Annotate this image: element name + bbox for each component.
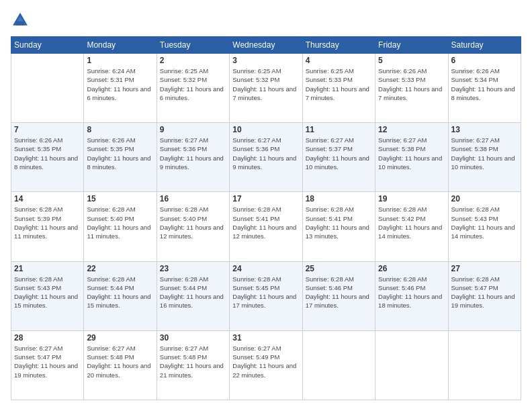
calendar-cell: [11, 54, 84, 123]
day-info: Sunrise: 6:28 AMSunset: 5:43 PMDaylight:…: [14, 275, 81, 310]
calendar-cell: 23Sunrise: 6:28 AMSunset: 5:44 PMDayligh…: [157, 261, 229, 330]
day-info: Sunrise: 6:28 AMSunset: 5:46 PMDaylight:…: [378, 275, 445, 310]
day-number: 17: [232, 194, 299, 203]
day-header-friday: Friday: [375, 37, 448, 54]
calendar-week-row: 1Sunrise: 6:24 AMSunset: 5:31 PMDaylight…: [11, 54, 521, 123]
calendar-table: SundayMondayTuesdayWednesdayThursdayFrid…: [11, 36, 521, 400]
calendar-week-row: 14Sunrise: 6:28 AMSunset: 5:39 PMDayligh…: [11, 192, 521, 261]
day-number: 12: [378, 125, 445, 134]
calendar-cell: 14Sunrise: 6:28 AMSunset: 5:39 PMDayligh…: [11, 192, 84, 261]
calendar-cell: 15Sunrise: 6:28 AMSunset: 5:40 PMDayligh…: [84, 192, 157, 261]
day-info: Sunrise: 6:28 AMSunset: 5:43 PMDaylight:…: [451, 205, 518, 240]
day-number: 31: [232, 333, 299, 342]
day-info: Sunrise: 6:26 AMSunset: 5:35 PMDaylight:…: [87, 136, 153, 171]
day-info: Sunrise: 6:27 AMSunset: 5:36 PMDaylight:…: [232, 136, 299, 171]
day-number: 13: [451, 125, 518, 134]
day-info: Sunrise: 6:27 AMSunset: 5:48 PMDaylight:…: [87, 344, 153, 379]
calendar-cell: 3Sunrise: 6:25 AMSunset: 5:32 PMDaylight…: [230, 54, 302, 123]
calendar-header-row: SundayMondayTuesdayWednesdayThursdayFrid…: [11, 37, 521, 54]
calendar-week-row: 7Sunrise: 6:26 AMSunset: 5:35 PMDaylight…: [11, 123, 521, 192]
day-header-thursday: Thursday: [302, 37, 375, 54]
calendar-cell: 22Sunrise: 6:28 AMSunset: 5:44 PMDayligh…: [84, 261, 157, 330]
day-number: 26: [378, 264, 445, 273]
calendar-cell: 30Sunrise: 6:27 AMSunset: 5:48 PMDayligh…: [157, 330, 229, 400]
day-number: 5: [378, 56, 445, 65]
day-info: Sunrise: 6:28 AMSunset: 5:45 PMDaylight:…: [232, 275, 299, 310]
header: [11, 11, 521, 30]
day-info: Sunrise: 6:27 AMSunset: 5:36 PMDaylight:…: [160, 136, 226, 171]
calendar-week-row: 21Sunrise: 6:28 AMSunset: 5:43 PMDayligh…: [11, 261, 521, 330]
day-number: 24: [232, 264, 299, 273]
day-number: 19: [378, 194, 445, 203]
day-info: Sunrise: 6:25 AMSunset: 5:33 PMDaylight:…: [306, 66, 372, 102]
day-header-monday: Monday: [84, 37, 157, 54]
calendar-cell: 24Sunrise: 6:28 AMSunset: 5:45 PMDayligh…: [230, 261, 302, 330]
calendar-cell: [375, 330, 448, 400]
day-number: 27: [451, 264, 518, 273]
day-number: 29: [87, 333, 153, 342]
calendar-cell: 7Sunrise: 6:26 AMSunset: 5:35 PMDaylight…: [11, 123, 84, 192]
day-info: Sunrise: 6:28 AMSunset: 5:40 PMDaylight:…: [87, 205, 153, 240]
day-info: Sunrise: 6:27 AMSunset: 5:48 PMDaylight:…: [160, 344, 226, 379]
calendar-cell: 6Sunrise: 6:26 AMSunset: 5:34 PMDaylight…: [448, 54, 521, 123]
day-info: Sunrise: 6:27 AMSunset: 5:37 PMDaylight:…: [306, 136, 372, 171]
day-number: 9: [160, 125, 226, 134]
day-info: Sunrise: 6:26 AMSunset: 5:35 PMDaylight:…: [14, 136, 81, 171]
calendar-cell: 31Sunrise: 6:27 AMSunset: 5:49 PMDayligh…: [230, 330, 302, 400]
day-number: 25: [306, 264, 372, 273]
day-header-sunday: Sunday: [11, 37, 84, 54]
day-number: 28: [14, 333, 81, 342]
day-info: Sunrise: 6:27 AMSunset: 5:49 PMDaylight:…: [232, 344, 299, 379]
day-info: Sunrise: 6:28 AMSunset: 5:44 PMDaylight:…: [87, 275, 153, 310]
calendar-cell: 20Sunrise: 6:28 AMSunset: 5:43 PMDayligh…: [448, 192, 521, 261]
calendar-cell: 19Sunrise: 6:28 AMSunset: 5:42 PMDayligh…: [375, 192, 448, 261]
calendar-week-row: 28Sunrise: 6:27 AMSunset: 5:47 PMDayligh…: [11, 330, 521, 400]
calendar-cell: 12Sunrise: 6:27 AMSunset: 5:38 PMDayligh…: [375, 123, 448, 192]
day-number: 3: [232, 56, 299, 65]
calendar-cell: 9Sunrise: 6:27 AMSunset: 5:36 PMDaylight…: [157, 123, 229, 192]
day-number: 11: [306, 125, 372, 134]
calendar-cell: 27Sunrise: 6:28 AMSunset: 5:47 PMDayligh…: [448, 261, 521, 330]
day-info: Sunrise: 6:25 AMSunset: 5:32 PMDaylight:…: [232, 66, 299, 102]
day-number: 14: [14, 194, 81, 203]
calendar-cell: 25Sunrise: 6:28 AMSunset: 5:46 PMDayligh…: [302, 261, 375, 330]
day-number: 16: [160, 194, 226, 203]
day-info: Sunrise: 6:28 AMSunset: 5:44 PMDaylight:…: [160, 275, 226, 310]
calendar-page: SundayMondayTuesdayWednesdayThursdayFrid…: [0, 0, 532, 411]
day-info: Sunrise: 6:27 AMSunset: 5:38 PMDaylight:…: [378, 136, 445, 171]
day-info: Sunrise: 6:28 AMSunset: 5:39 PMDaylight:…: [14, 205, 81, 240]
day-header-saturday: Saturday: [448, 37, 521, 54]
day-number: 30: [160, 333, 226, 342]
day-info: Sunrise: 6:28 AMSunset: 5:46 PMDaylight:…: [306, 275, 372, 310]
calendar-cell: 5Sunrise: 6:26 AMSunset: 5:33 PMDaylight…: [375, 54, 448, 123]
day-header-tuesday: Tuesday: [157, 37, 229, 54]
day-number: 4: [306, 56, 372, 65]
logo: [11, 11, 32, 30]
day-number: 6: [451, 56, 518, 65]
calendar-cell: 13Sunrise: 6:27 AMSunset: 5:38 PMDayligh…: [448, 123, 521, 192]
calendar-cell: 16Sunrise: 6:28 AMSunset: 5:40 PMDayligh…: [157, 192, 229, 261]
logo-icon: [11, 11, 30, 30]
day-info: Sunrise: 6:27 AMSunset: 5:47 PMDaylight:…: [14, 344, 81, 379]
calendar-cell: 11Sunrise: 6:27 AMSunset: 5:37 PMDayligh…: [302, 123, 375, 192]
day-number: 1: [87, 56, 153, 65]
calendar-cell: [302, 330, 375, 400]
calendar-cell: 28Sunrise: 6:27 AMSunset: 5:47 PMDayligh…: [11, 330, 84, 400]
day-number: 20: [451, 194, 518, 203]
day-number: 23: [160, 264, 226, 273]
day-info: Sunrise: 6:28 AMSunset: 5:42 PMDaylight:…: [378, 205, 445, 240]
calendar-cell: 17Sunrise: 6:28 AMSunset: 5:41 PMDayligh…: [230, 192, 302, 261]
day-number: 15: [87, 194, 153, 203]
day-info: Sunrise: 6:25 AMSunset: 5:32 PMDaylight:…: [160, 66, 226, 102]
day-info: Sunrise: 6:28 AMSunset: 5:40 PMDaylight:…: [160, 205, 226, 240]
calendar-cell: 10Sunrise: 6:27 AMSunset: 5:36 PMDayligh…: [230, 123, 302, 192]
calendar-cell: 1Sunrise: 6:24 AMSunset: 5:31 PMDaylight…: [84, 54, 157, 123]
day-number: 21: [14, 264, 81, 273]
calendar-cell: 8Sunrise: 6:26 AMSunset: 5:35 PMDaylight…: [84, 123, 157, 192]
calendar-cell: 2Sunrise: 6:25 AMSunset: 5:32 PMDaylight…: [157, 54, 229, 123]
day-number: 18: [306, 194, 372, 203]
calendar-cell: 21Sunrise: 6:28 AMSunset: 5:43 PMDayligh…: [11, 261, 84, 330]
day-info: Sunrise: 6:28 AMSunset: 5:41 PMDaylight:…: [306, 205, 372, 240]
day-info: Sunrise: 6:26 AMSunset: 5:33 PMDaylight:…: [378, 66, 445, 102]
calendar-cell: 4Sunrise: 6:25 AMSunset: 5:33 PMDaylight…: [302, 54, 375, 123]
